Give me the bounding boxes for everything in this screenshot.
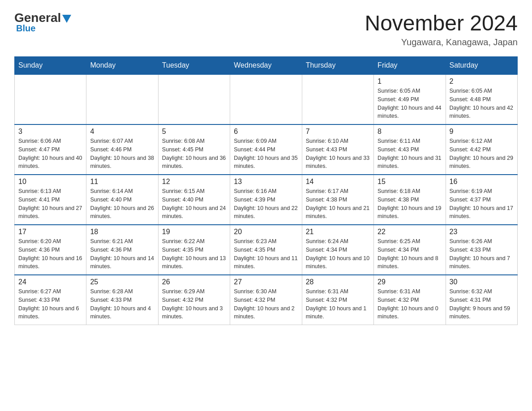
logo: General Blue: [14, 11, 71, 34]
day-number: 21: [306, 228, 370, 236]
calendar-cell: 7Sunrise: 6:10 AM Sunset: 4:43 PM Daylig…: [302, 124, 373, 175]
day-info: Sunrise: 6:08 AM Sunset: 4:45 PM Dayligh…: [162, 137, 226, 171]
day-number: 9: [450, 128, 514, 136]
day-number: 28: [306, 278, 370, 286]
day-number: 10: [18, 178, 82, 186]
calendar-header-monday: Monday: [86, 57, 158, 75]
calendar-header-friday: Friday: [374, 57, 446, 75]
day-info: Sunrise: 6:11 AM Sunset: 4:43 PM Dayligh…: [378, 137, 442, 171]
calendar-cell: 27Sunrise: 6:30 AM Sunset: 4:32 PM Dayli…: [230, 275, 302, 325]
day-info: Sunrise: 6:23 AM Sunset: 4:35 PM Dayligh…: [234, 237, 298, 271]
calendar-cell: 24Sunrise: 6:27 AM Sunset: 4:33 PM Dayli…: [15, 275, 86, 325]
calendar-cell: 13Sunrise: 6:16 AM Sunset: 4:39 PM Dayli…: [230, 175, 302, 225]
header-right: November 2024 Yugawara, Kanagawa, Japan: [365, 11, 518, 47]
day-number: 30: [450, 278, 514, 286]
day-info: Sunrise: 6:09 AM Sunset: 4:44 PM Dayligh…: [234, 137, 298, 171]
calendar-header-thursday: Thursday: [302, 57, 373, 75]
calendar-header-row: SundayMondayTuesdayWednesdayThursdayFrid…: [15, 57, 518, 75]
week-row-4: 17Sunrise: 6:20 AM Sunset: 4:36 PM Dayli…: [15, 225, 518, 275]
day-info: Sunrise: 6:05 AM Sunset: 4:49 PM Dayligh…: [378, 87, 442, 120]
day-info: Sunrise: 6:25 AM Sunset: 4:34 PM Dayligh…: [378, 237, 442, 271]
day-number: 1: [378, 77, 442, 86]
day-number: 18: [90, 228, 154, 236]
day-info: Sunrise: 6:31 AM Sunset: 4:32 PM Dayligh…: [378, 287, 442, 321]
calendar-cell: [302, 74, 373, 124]
calendar-cell: 18Sunrise: 6:21 AM Sunset: 4:36 PM Dayli…: [86, 225, 158, 275]
day-number: 20: [234, 228, 298, 236]
day-info: Sunrise: 6:14 AM Sunset: 4:40 PM Dayligh…: [90, 187, 154, 221]
day-number: 6: [234, 128, 298, 136]
calendar-cell: 15Sunrise: 6:18 AM Sunset: 4:38 PM Dayli…: [374, 175, 446, 225]
day-number: 24: [18, 278, 82, 286]
day-info: Sunrise: 6:10 AM Sunset: 4:43 PM Dayligh…: [306, 137, 370, 171]
calendar-cell: 4Sunrise: 6:07 AM Sunset: 4:46 PM Daylig…: [86, 124, 158, 175]
day-number: 3: [18, 128, 82, 136]
calendar-cell: 30Sunrise: 6:32 AM Sunset: 4:31 PM Dayli…: [446, 275, 517, 325]
calendar-cell: 9Sunrise: 6:12 AM Sunset: 4:42 PM Daylig…: [446, 124, 517, 175]
day-info: Sunrise: 6:13 AM Sunset: 4:41 PM Dayligh…: [18, 187, 82, 221]
calendar-header-saturday: Saturday: [446, 57, 517, 75]
calendar-cell: 26Sunrise: 6:29 AM Sunset: 4:32 PM Dayli…: [158, 275, 230, 325]
day-number: 7: [306, 128, 370, 136]
calendar-header-sunday: Sunday: [15, 57, 86, 75]
day-info: Sunrise: 6:17 AM Sunset: 4:38 PM Dayligh…: [306, 187, 370, 221]
day-number: 12: [162, 178, 226, 186]
calendar-cell: 28Sunrise: 6:31 AM Sunset: 4:32 PM Dayli…: [302, 275, 373, 325]
calendar-table: SundayMondayTuesdayWednesdayThursdayFrid…: [14, 56, 518, 325]
day-number: 14: [306, 178, 370, 186]
day-info: Sunrise: 6:07 AM Sunset: 4:46 PM Dayligh…: [90, 137, 154, 171]
day-info: Sunrise: 6:30 AM Sunset: 4:32 PM Dayligh…: [234, 287, 298, 321]
page-header: General Blue November 2024 Yugawara, Kan…: [14, 11, 518, 47]
day-number: 26: [162, 278, 226, 286]
day-number: 27: [234, 278, 298, 286]
calendar-cell: 3Sunrise: 6:06 AM Sunset: 4:47 PM Daylig…: [15, 124, 86, 175]
calendar-cell: 25Sunrise: 6:28 AM Sunset: 4:33 PM Dayli…: [86, 275, 158, 325]
calendar-cell: 23Sunrise: 6:26 AM Sunset: 4:33 PM Dayli…: [446, 225, 517, 275]
day-number: 29: [378, 278, 442, 286]
day-number: 13: [234, 178, 298, 186]
day-info: Sunrise: 6:32 AM Sunset: 4:31 PM Dayligh…: [450, 287, 514, 321]
day-info: Sunrise: 6:27 AM Sunset: 4:33 PM Dayligh…: [18, 287, 82, 321]
calendar-cell: 6Sunrise: 6:09 AM Sunset: 4:44 PM Daylig…: [230, 124, 302, 175]
calendar-cell: 8Sunrise: 6:11 AM Sunset: 4:43 PM Daylig…: [374, 124, 446, 175]
calendar-cell: 11Sunrise: 6:14 AM Sunset: 4:40 PM Dayli…: [86, 175, 158, 225]
calendar-cell: 14Sunrise: 6:17 AM Sunset: 4:38 PM Dayli…: [302, 175, 373, 225]
location-label: Yugawara, Kanagawa, Japan: [365, 37, 518, 47]
day-info: Sunrise: 6:15 AM Sunset: 4:40 PM Dayligh…: [162, 187, 226, 221]
day-info: Sunrise: 6:06 AM Sunset: 4:47 PM Dayligh…: [18, 137, 82, 171]
calendar-cell: 10Sunrise: 6:13 AM Sunset: 4:41 PM Dayli…: [15, 175, 86, 225]
day-number: 16: [450, 178, 514, 186]
day-number: 2: [450, 77, 514, 86]
week-row-5: 24Sunrise: 6:27 AM Sunset: 4:33 PM Dayli…: [15, 275, 518, 325]
day-number: 23: [450, 228, 514, 236]
day-info: Sunrise: 6:12 AM Sunset: 4:42 PM Dayligh…: [450, 137, 514, 171]
day-info: Sunrise: 6:16 AM Sunset: 4:39 PM Dayligh…: [234, 187, 298, 221]
week-row-3: 10Sunrise: 6:13 AM Sunset: 4:41 PM Dayli…: [15, 175, 518, 225]
calendar-cell: 16Sunrise: 6:19 AM Sunset: 4:37 PM Dayli…: [446, 175, 517, 225]
day-info: Sunrise: 6:28 AM Sunset: 4:33 PM Dayligh…: [90, 287, 154, 321]
calendar-cell: 17Sunrise: 6:20 AM Sunset: 4:36 PM Dayli…: [15, 225, 86, 275]
calendar-cell: 2Sunrise: 6:05 AM Sunset: 4:48 PM Daylig…: [446, 74, 517, 124]
calendar-cell: 5Sunrise: 6:08 AM Sunset: 4:45 PM Daylig…: [158, 124, 230, 175]
day-info: Sunrise: 6:19 AM Sunset: 4:37 PM Dayligh…: [450, 187, 514, 221]
day-info: Sunrise: 6:29 AM Sunset: 4:32 PM Dayligh…: [162, 287, 226, 321]
day-info: Sunrise: 6:18 AM Sunset: 4:38 PM Dayligh…: [378, 187, 442, 221]
day-number: 5: [162, 128, 226, 136]
day-number: 8: [378, 128, 442, 136]
logo-triangle-icon: [62, 15, 71, 23]
calendar-cell: 20Sunrise: 6:23 AM Sunset: 4:35 PM Dayli…: [230, 225, 302, 275]
day-number: 11: [90, 178, 154, 186]
calendar-cell: 21Sunrise: 6:24 AM Sunset: 4:34 PM Dayli…: [302, 225, 373, 275]
day-number: 22: [378, 228, 442, 236]
day-info: Sunrise: 6:22 AM Sunset: 4:35 PM Dayligh…: [162, 237, 226, 271]
calendar-cell: [158, 74, 230, 124]
logo-blue-label: Blue: [16, 23, 35, 34]
week-row-1: 1Sunrise: 6:05 AM Sunset: 4:49 PM Daylig…: [15, 74, 518, 124]
day-info: Sunrise: 6:26 AM Sunset: 4:33 PM Dayligh…: [450, 237, 514, 271]
day-number: 4: [90, 128, 154, 136]
day-info: Sunrise: 6:31 AM Sunset: 4:32 PM Dayligh…: [306, 287, 370, 321]
day-number: 19: [162, 228, 226, 236]
calendar-cell: [15, 74, 86, 124]
day-number: 25: [90, 278, 154, 286]
day-info: Sunrise: 6:24 AM Sunset: 4:34 PM Dayligh…: [306, 237, 370, 271]
